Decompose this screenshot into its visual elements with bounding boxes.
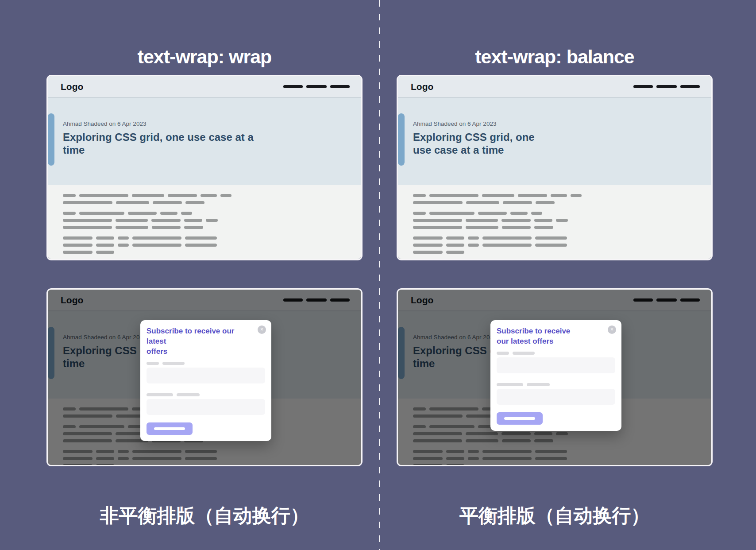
column-title-balance: text-wrap: balance [397, 46, 713, 68]
skeleton-bar [63, 244, 93, 247]
skeleton-row [63, 251, 348, 254]
article-heading-line1: Exploring CSS grid, one [413, 131, 694, 143]
label-skeleton-bar [497, 352, 509, 355]
nav-links [633, 85, 700, 88]
modal-heading-line1: Subscribe to receive our latest [147, 326, 255, 346]
skeleton-row [63, 236, 348, 240]
skeleton-bar [468, 236, 479, 240]
skeleton-bar [503, 201, 532, 204]
browser-mockup-wrap-article: Logo Ahmad Shadeed on 6 Apr 2023 Explori… [46, 75, 363, 260]
browser-mockup-balance-modal: Logo Ahmad Shadeed on 6 Apr 2023 Explori… [397, 288, 713, 466]
skeleton-bar [160, 212, 177, 215]
label-skeleton-bar [147, 393, 173, 396]
text-input-skeleton[interactable] [147, 399, 265, 415]
skeleton-paragraphs [398, 185, 711, 254]
logo-text: Logo [61, 81, 83, 92]
skeleton-bar [556, 219, 568, 222]
skeleton-bar [482, 194, 514, 197]
article-meta: Ahmad Shadeed on 6 Apr 2023 [413, 120, 694, 127]
field-label-skeleton [147, 362, 265, 365]
article-meta: Ahmad Shadeed on 6 Apr 2023 [63, 120, 343, 127]
skeleton-bar [446, 236, 464, 240]
skeleton-bar [413, 212, 426, 215]
article-heading-line1: Exploring CSS grid, one use case at a [63, 131, 343, 143]
skeleton-bar [79, 194, 128, 197]
skeleton-row [63, 212, 348, 215]
mockup-page: Logo Ahmad Shadeed on 6 Apr 2023 Explori… [398, 76, 711, 259]
modal-heading: Subscribe to receive our latest offers [147, 326, 265, 356]
skeleton-bar [466, 201, 499, 204]
browser-mockup-balance-article: Logo Ahmad Shadeed on 6 Apr 2023 Explori… [397, 75, 713, 260]
skeleton-group [63, 212, 348, 229]
skeleton-bar [118, 244, 129, 247]
skeleton-group [413, 236, 698, 254]
mockup-page: Logo Ahmad Shadeed on 6 Apr 2023 Explori… [398, 290, 711, 465]
skeleton-bar [168, 194, 197, 197]
nav-link-dash [656, 85, 677, 88]
skeleton-bar [413, 236, 443, 240]
skeleton-row [413, 236, 698, 240]
button-label-skeleton [154, 427, 185, 430]
skeleton-bar [116, 219, 148, 222]
skeleton-bar [466, 219, 498, 222]
subscribe-button[interactable] [147, 422, 193, 435]
skeleton-bar [534, 226, 553, 229]
skeleton-bar [413, 251, 443, 254]
mockup-page: Logo Ahmad Shadeed on 6 Apr 2023 Explori… [48, 76, 361, 259]
close-icon[interactable]: × [258, 325, 266, 334]
text-input-skeleton[interactable] [497, 389, 615, 405]
skeleton-bar [446, 244, 464, 247]
label-skeleton-bar [162, 362, 185, 365]
skeleton-bar [478, 212, 507, 215]
nav-link-dash [306, 85, 327, 88]
label-skeleton-bar [497, 383, 523, 386]
skeleton-row [413, 244, 698, 247]
field-label-skeleton [497, 352, 615, 355]
skeleton-bar [534, 219, 552, 222]
skeleton-bar [429, 194, 478, 197]
subscribe-modal: × Subscribe to receive our latest offers [490, 320, 621, 431]
skeleton-bar [206, 219, 218, 222]
logo-text: Logo [411, 81, 433, 92]
label-skeleton-bar [147, 362, 159, 365]
skeleton-bar [518, 194, 547, 197]
text-input-skeleton[interactable] [497, 357, 615, 373]
subscribe-button[interactable] [497, 412, 543, 425]
skeleton-group [413, 212, 698, 229]
skeleton-bar [128, 212, 157, 215]
skeleton-bar [153, 201, 182, 204]
skeleton-bar [63, 226, 112, 229]
skeleton-bar [63, 201, 112, 204]
skeleton-bar [502, 226, 531, 229]
skeleton-bar [184, 226, 203, 229]
skeleton-group [63, 236, 348, 254]
skeleton-bar [482, 244, 532, 247]
skeleton-bar [132, 194, 164, 197]
skeleton-bar [63, 212, 76, 215]
skeleton-row [413, 201, 698, 204]
skeleton-row [413, 226, 698, 229]
skeleton-bar [201, 194, 217, 197]
mockup-header: Logo [48, 76, 361, 98]
skeleton-bar [132, 244, 181, 247]
nav-link-dash [283, 85, 303, 88]
skeleton-bar [185, 201, 204, 204]
skeleton-bar [96, 236, 114, 240]
article-heading-line2: use case at a time [413, 143, 694, 156]
text-input-skeleton[interactable] [147, 368, 265, 383]
skeleton-bar [220, 194, 231, 197]
comparison-canvas: text-wrap: wrap text-wrap: balance Logo … [0, 0, 756, 550]
skeleton-bar [132, 236, 181, 240]
skeleton-bar [79, 212, 124, 215]
skeleton-bar [63, 219, 112, 222]
skeleton-bar [429, 212, 474, 215]
nav-link-dash [633, 85, 653, 88]
skeleton-bar [185, 244, 217, 247]
skeleton-bar [181, 212, 192, 215]
close-icon[interactable]: × [608, 325, 616, 334]
skeleton-paragraphs [48, 185, 361, 254]
label-skeleton-bar [513, 352, 535, 355]
mockup-page: Logo Ahmad Shadeed on 6 Apr 2023 Explori… [48, 290, 361, 465]
article-heading-line2: time [63, 143, 343, 156]
skeleton-row [413, 251, 698, 254]
